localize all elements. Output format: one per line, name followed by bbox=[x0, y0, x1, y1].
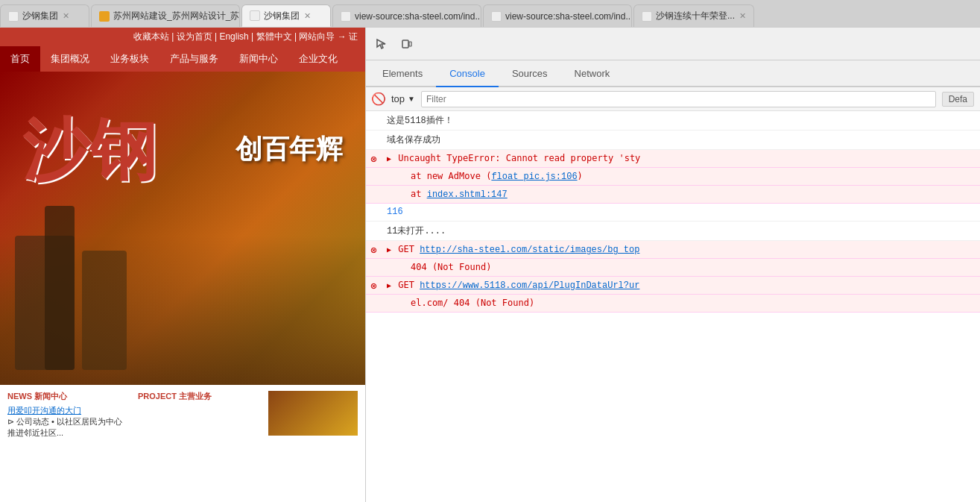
error-icon-1: ⊗ bbox=[370, 153, 376, 166]
tab-6[interactable]: 沙钢连续十年荣登... ✕ bbox=[633, 4, 754, 27]
context-dropdown-icon: ▼ bbox=[408, 95, 415, 103]
nav-home[interactable]: 首页 bbox=[0, 46, 40, 72]
tab-3-label: 沙钢集团 bbox=[264, 10, 300, 22]
site-hero: 沙钢 创百年辉 bbox=[0, 72, 365, 385]
hero-cn-text: 沙钢 bbox=[22, 116, 157, 183]
clear-console-button[interactable]: 🚫 bbox=[372, 92, 385, 106]
console-error-1-line2-content: at index.shtml:147 bbox=[411, 189, 974, 200]
tab-3[interactable]: 沙钢集团 ✕ bbox=[241, 4, 331, 27]
site-nav: 首页 集团概况 业务板块 产品与服务 新闻中心 企业文化 bbox=[0, 46, 365, 72]
error-3-link[interactable]: https://www.5118.com/api/PlugInDataUrl?u… bbox=[420, 280, 639, 291]
tab-1[interactable]: 沙钢集团 ✕ bbox=[0, 4, 89, 27]
bottom-image bbox=[268, 391, 358, 436]
error-3-get: GET bbox=[398, 280, 420, 290]
tab-console[interactable]: Console bbox=[436, 60, 499, 87]
error-1-main: Uncaught TypeError: Cannot read property… bbox=[398, 153, 640, 163]
tab-network[interactable]: Network bbox=[561, 60, 624, 87]
error-2-get: GET bbox=[398, 244, 420, 254]
devtools-panel: Elements Console Sources Network 🚫 top ▼… bbox=[365, 28, 980, 502]
news-sub: ⊳ 公司动态 • 以社区居民为中心推进邻近社区... bbox=[7, 416, 123, 439]
news-label: NEWS 新闻中心 bbox=[7, 391, 123, 402]
error-2-status: 404 (Not Found) bbox=[411, 262, 491, 272]
expand-triangle-2[interactable]: ▶ bbox=[387, 246, 391, 254]
site-header: 收藏本站 | 设为首页 | English | 繁體中文 | 网站向导 → 证 bbox=[0, 28, 365, 46]
console-error-2-line1-content: 404 (Not Found) bbox=[411, 262, 974, 273]
tab-3-favicon bbox=[250, 10, 260, 21]
error-1-at2: at bbox=[411, 189, 427, 199]
svg-marker-0 bbox=[377, 40, 385, 48]
msg4-number: 116 bbox=[387, 207, 403, 217]
console-message-2-content: 域名保存成功 bbox=[387, 134, 974, 146]
tab-4[interactable]: view-source:sha-steel.com/ind... ✕ bbox=[332, 4, 481, 27]
error-3-status: el.com/ 404 (Not Found) bbox=[411, 298, 534, 308]
tab-5-label: view-source:sha-steel.com/ind... bbox=[505, 11, 632, 22]
console-error-1-line1-content: at new AdMove (float_pic.js:106) bbox=[411, 171, 974, 182]
bottom-news-section: NEWS 新闻中心 用爱叩开沟通的大门 ⊳ 公司动态 • 以社区居民为中心推进邻… bbox=[7, 391, 123, 440]
website-panel: 收藏本站 | 设为首页 | English | 繁體中文 | 网站向导 → 证 … bbox=[0, 28, 365, 502]
tab-6-close[interactable]: ✕ bbox=[739, 11, 746, 21]
device-toolbar-button[interactable] bbox=[397, 34, 417, 54]
tab-5-favicon bbox=[491, 11, 502, 22]
error-2-link[interactable]: http://sha-steel.com/static/images/bg_to… bbox=[420, 245, 639, 255]
tab-4-label: view-source:sha-steel.com/ind... bbox=[355, 11, 481, 22]
inspect-element-button[interactable] bbox=[372, 34, 391, 54]
devtools-toolbar bbox=[366, 28, 980, 60]
console-output[interactable]: 这是5118插件！ 域名保存成功 ⊗ ▶ Uncaught TypeError:… bbox=[366, 111, 980, 502]
console-error-1-line2: at index.shtml:147 bbox=[366, 186, 980, 204]
context-selector[interactable]: top ▼ bbox=[391, 93, 415, 104]
tab-1-close[interactable]: ✕ bbox=[63, 11, 69, 21]
expand-triangle-1[interactable]: ▶ bbox=[387, 155, 391, 163]
error-1-link2[interactable]: index.shtml:147 bbox=[427, 189, 508, 200]
site-bottom: NEWS 新闻中心 用爱叩开沟通的大门 ⊳ 公司动态 • 以社区居民为中心推进邻… bbox=[0, 385, 365, 446]
tab-6-label: 沙钢连续十年荣登... bbox=[656, 10, 735, 22]
console-message-4-content: 116 bbox=[387, 207, 974, 217]
console-error-1: ⊗ ▶ Uncaught TypeError: Cannot read prop… bbox=[366, 150, 980, 168]
news-link[interactable]: 用爱叩开沟通的大门 bbox=[7, 405, 123, 416]
bottom-project-section: PROJECT 主营业务 bbox=[138, 391, 253, 440]
svg-rect-2 bbox=[409, 42, 411, 46]
console-message-5-content: 11未打开.... bbox=[387, 225, 974, 237]
filter-input[interactable] bbox=[421, 91, 936, 107]
tab-5[interactable]: view-source:sha-steel.com/ind... ✕ bbox=[483, 4, 632, 27]
console-message-4: 116 bbox=[366, 204, 980, 222]
error-1-at1-close: ) bbox=[578, 171, 583, 181]
device-icon bbox=[401, 38, 413, 50]
default-button[interactable]: Defa bbox=[942, 92, 974, 107]
nav-products[interactable]: 产品与服务 bbox=[159, 46, 229, 72]
error-1-at1: at new AdMove ( bbox=[411, 171, 491, 181]
console-message-1-content: 这是5118插件！ bbox=[387, 114, 974, 127]
console-toolbar: 🚫 top ▼ Defa bbox=[366, 87, 980, 111]
tab-bar: 沙钢集团 ✕ 苏州网站建设_苏州网站设计_苏... ✕ 沙钢集团 ✕ view-… bbox=[0, 0, 980, 27]
nav-news[interactable]: 新闻中心 bbox=[229, 46, 288, 72]
console-error-2-content: ▶ GET http://sha-steel.com/static/images… bbox=[387, 244, 974, 255]
tab-1-favicon bbox=[8, 11, 19, 22]
console-error-2: ⊗ ▶ GET http://sha-steel.com/static/imag… bbox=[366, 241, 980, 259]
msg5-text: 11未打开.... bbox=[387, 226, 446, 236]
tab-sources[interactable]: Sources bbox=[499, 60, 561, 87]
console-error-1-line1: at new AdMove (float_pic.js:106) bbox=[366, 168, 980, 186]
console-error-3-line1: el.com/ 404 (Not Found) bbox=[366, 295, 980, 313]
tab-1-label: 沙钢集团 bbox=[22, 10, 58, 22]
hero-subtitle: 创百年辉 bbox=[235, 131, 343, 168]
tab-3-close[interactable]: ✕ bbox=[304, 11, 311, 21]
error-icon-2: ⊗ bbox=[370, 244, 376, 257]
error-1-link1[interactable]: float_pic.js:106 bbox=[491, 172, 577, 182]
svg-rect-1 bbox=[402, 40, 408, 48]
msg2-text: 域名保存成功 bbox=[387, 135, 440, 145]
console-message-1: 这是5118插件！ bbox=[366, 111, 980, 131]
project-label: PROJECT 主营业务 bbox=[138, 391, 253, 402]
tab-elements[interactable]: Elements bbox=[369, 60, 436, 87]
nav-culture[interactable]: 企业文化 bbox=[288, 46, 348, 72]
tab-2-favicon bbox=[99, 11, 110, 22]
browser-chrome: 沙钢集团 ✕ 苏州网站建设_苏州网站设计_苏... ✕ 沙钢集团 ✕ view-… bbox=[0, 0, 980, 28]
tab-2[interactable]: 苏州网站建设_苏州网站设计_苏... ✕ bbox=[91, 4, 240, 27]
nav-business[interactable]: 业务板块 bbox=[100, 46, 159, 72]
context-value: top bbox=[391, 93, 405, 104]
console-error-1-content: ▶ Uncaught TypeError: Cannot read proper… bbox=[387, 153, 974, 164]
main-content: 收藏本站 | 设为首页 | English | 繁體中文 | 网站向导 → 证 … bbox=[0, 28, 980, 502]
expand-triangle-3[interactable]: ▶ bbox=[387, 282, 391, 290]
nav-about[interactable]: 集团概况 bbox=[40, 46, 100, 72]
console-error-3: ⊗ ▶ GET https://www.5118.com/api/PlugInD… bbox=[366, 277, 980, 295]
error-icon-3: ⊗ bbox=[370, 280, 376, 292]
console-message-2: 域名保存成功 bbox=[366, 131, 980, 150]
